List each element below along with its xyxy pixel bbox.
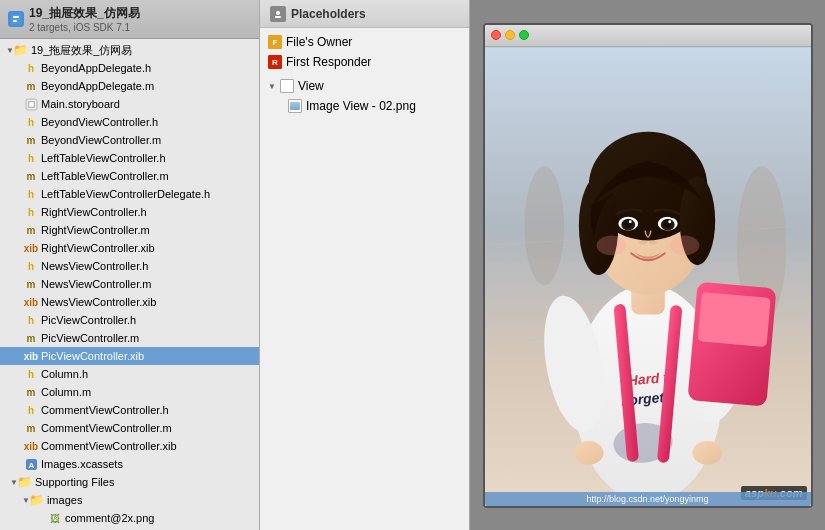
m-icon: m — [24, 223, 38, 237]
file-item[interactable]: h LeftTableViewControllerDelegate.h — [0, 185, 259, 203]
canvas-panel: Hard to Forget — [470, 0, 825, 530]
close-button[interactable] — [491, 30, 501, 40]
view-section: ▼ View Image View - 02.png — [260, 76, 469, 116]
svg-rect-2 — [13, 20, 17, 22]
svg-rect-10 — [275, 16, 281, 18]
first-responder-item[interactable]: R First Responder — [260, 52, 469, 72]
project-subtitle: 2 targets, iOS SDK 7.1 — [29, 22, 140, 33]
xcassets-icon: A — [24, 457, 38, 471]
file-label: PicViewController.xib — [41, 350, 144, 362]
supporting-files-group[interactable]: ▼ 📁 Supporting Files — [0, 473, 259, 491]
file-item[interactable]: m LeftTableViewController.m — [0, 167, 259, 185]
view-label: View — [298, 79, 324, 93]
images-folder-label: images — [47, 494, 82, 506]
svg-point-47 — [573, 440, 603, 464]
m-icon: m — [24, 421, 38, 435]
svg-rect-1 — [13, 16, 19, 18]
file-label: RightViewController.m — [41, 224, 150, 236]
file-tree: ▼ 📁 19_拖屉效果_仿网易 h BeyondAppDelegate.h m … — [0, 39, 259, 530]
svg-point-44 — [648, 240, 656, 244]
girl-figure-svg: Hard to Forget — [485, 47, 811, 506]
maximize-button[interactable] — [519, 30, 529, 40]
file-item[interactable]: h RightViewController.h — [0, 203, 259, 221]
m-icon: m — [24, 385, 38, 399]
file-item[interactable]: m PicViewController.m — [0, 329, 259, 347]
svg-point-41 — [628, 220, 631, 223]
placeholder-icon — [270, 6, 286, 22]
interface-builder-panel: Placeholders F File's Owner R First Resp… — [260, 0, 470, 530]
root-group[interactable]: ▼ 📁 19_拖屉效果_仿网易 — [0, 41, 259, 59]
first-responder-icon: R — [268, 55, 282, 69]
svg-text:F: F — [273, 38, 278, 47]
url-bar: http://blog.csdn.net/yongyinmg — [485, 492, 811, 506]
file-item[interactable]: m NewsViewController.m — [0, 275, 259, 293]
file-item[interactable]: h CommentViewController.h — [0, 401, 259, 419]
file-item[interactable]: h NewsViewController.h — [0, 257, 259, 275]
h-icon: h — [24, 115, 38, 129]
file-navigator: 19_抽屉效果_仿网易 2 targets, iOS SDK 7.1 ▼ 📁 1… — [0, 0, 260, 530]
h-icon: h — [24, 259, 38, 273]
file-item[interactable]: m BeyondAppDelegate.m — [0, 77, 259, 95]
file-item[interactable]: m CommentViewController.m — [0, 419, 259, 437]
file-item[interactable]: A Images.xcassets — [0, 455, 259, 473]
file-label: LeftTableViewController.m — [41, 170, 169, 182]
h-icon: h — [24, 367, 38, 381]
file-label: BeyondViewController.h — [41, 116, 158, 128]
expand-triangle-icon: ▼ — [268, 82, 276, 91]
m-icon: m — [24, 133, 38, 147]
files-owner-item[interactable]: F File's Owner — [260, 32, 469, 52]
svg-point-43 — [639, 240, 647, 244]
first-responder-label: First Responder — [286, 55, 371, 69]
h-icon: h — [24, 205, 38, 219]
file-label: PicViewController.h — [41, 314, 136, 326]
image-view-item[interactable]: Image View - 02.png — [260, 96, 469, 116]
h-icon: h — [24, 187, 38, 201]
file-item[interactable]: h BeyondViewController.h — [0, 113, 259, 131]
svg-text:A: A — [28, 460, 34, 469]
file-item[interactable]: h PicViewController.h — [0, 311, 259, 329]
file-item[interactable]: h LeftTableViewController.h — [0, 149, 259, 167]
ios-simulator-frame: Hard to Forget — [483, 23, 813, 508]
main-storyboard-label: Main.storyboard — [41, 98, 120, 110]
project-header: 19_抽屉效果_仿网易 2 targets, iOS SDK 7.1 — [0, 0, 259, 39]
file-label: LeftTableViewControllerDelegate.h — [41, 188, 210, 200]
file-label: PicViewController.m — [41, 332, 139, 344]
project-icon — [8, 11, 24, 27]
storyboard-icon — [24, 97, 38, 111]
file-item[interactable]: m Column.m — [0, 383, 259, 401]
file-label: Column.h — [41, 368, 88, 380]
xib-icon: xib — [24, 241, 38, 255]
file-label: Column.m — [41, 386, 91, 398]
view-header-item[interactable]: ▼ View — [260, 76, 469, 96]
pic-view-controller-xib-item[interactable]: xib PicViewController.xib — [0, 347, 259, 365]
minimize-button[interactable] — [505, 30, 515, 40]
file-item[interactable]: xib CommentViewController.xib — [0, 437, 259, 455]
file-item[interactable]: h BeyondAppDelegate.h — [0, 59, 259, 77]
file-label: NewsViewController.xib — [41, 296, 156, 308]
folder-icon: 📁 — [30, 493, 44, 507]
file-label: BeyondViewController.m — [41, 134, 161, 146]
file-label: RightViewController.xib — [41, 242, 155, 254]
files-owner-label: File's Owner — [286, 35, 352, 49]
ios-view-content: Hard to Forget — [485, 47, 811, 506]
svg-point-17 — [524, 166, 564, 285]
file-item[interactable]: 🖼 comment@2x.png — [0, 509, 259, 527]
image-view-label: Image View - 02.png — [306, 99, 416, 113]
images-folder-item[interactable]: ▼ 📁 images — [0, 491, 259, 509]
main-storyboard-item[interactable]: Main.storyboard — [0, 95, 259, 113]
project-title: 19_抽屉效果_仿网易 — [29, 5, 140, 22]
image-view-canvas: Hard to Forget — [485, 47, 811, 506]
file-label: NewsViewController.h — [41, 260, 148, 272]
xib-icon: xib — [24, 349, 38, 363]
image-view-thumbnail — [288, 99, 302, 113]
svg-point-45 — [596, 235, 626, 255]
file-item[interactable]: m RightViewController.m — [0, 221, 259, 239]
file-item[interactable]: m BeyondViewController.m — [0, 131, 259, 149]
file-item[interactable]: h Column.h — [0, 365, 259, 383]
supporting-files-label: Supporting Files — [35, 476, 115, 488]
svg-text:R: R — [272, 58, 278, 67]
folder-icon: 📁 — [14, 43, 28, 57]
file-item[interactable]: xib RightViewController.xib — [0, 239, 259, 257]
file-item[interactable]: xib NewsViewController.xib — [0, 293, 259, 311]
m-icon: m — [24, 169, 38, 183]
